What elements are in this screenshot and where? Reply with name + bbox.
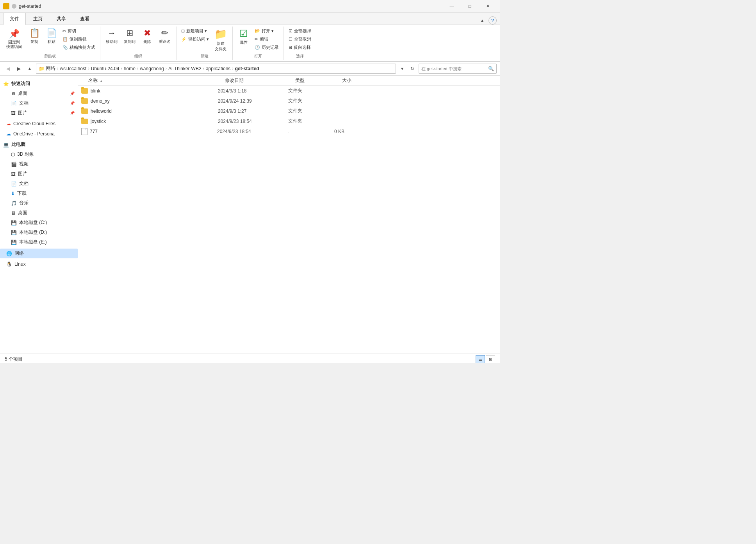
ribbon-group-new: ⊞ 新建项目 ▾ ⚡ 轻松访问 ▾ 📁 新建文件夹 新建 [177, 27, 233, 60]
breadcrumb-wangchong[interactable]: wangchong [140, 66, 164, 71]
breadcrumb-network[interactable]: 网络 [46, 65, 55, 72]
breadcrumb-home[interactable]: home [124, 66, 136, 71]
col-header-name[interactable]: 名称 ▲ [88, 77, 225, 84]
videos-label: 视频 [19, 161, 29, 167]
copy-button[interactable]: 📋 复制 [27, 27, 42, 46]
sidebar-item-3d-objects[interactable]: ⬡ 3D 对象 [0, 149, 78, 159]
file-row-demo-xy[interactable]: demo_xy 2024/9/24 12:39 文件夹 [78, 96, 500, 106]
col-header-type[interactable]: 类型 [295, 77, 342, 84]
file-row-helloworld[interactable]: helloworld 2024/9/3 1:27 文件夹 [78, 106, 500, 116]
sidebar-item-creative-cloud[interactable]: ☁ Creative Cloud Files [0, 119, 78, 128]
paste-label: 粘贴 [48, 39, 55, 44]
new-item-button[interactable]: ⊞ 新建项目 ▾ [180, 27, 210, 35]
up-button[interactable]: ▲ [25, 64, 34, 73]
breadcrumb-get-started[interactable]: get-started [235, 66, 259, 71]
select-group-label: 选择 [284, 53, 316, 59]
move-to-button[interactable]: → 移动到 [103, 27, 120, 46]
sidebar-item-drive-e[interactable]: 💾 本地磁盘 (E:) [0, 237, 78, 247]
sidebar-section-this-pc: 💻 此电脑 ⬡ 3D 对象 🎬 视频 🖼 图片 📄 文档 ⬇ 下载 [0, 140, 78, 247]
tab-share[interactable]: 共享 [50, 13, 73, 25]
maximize-button[interactable]: □ [461, 0, 479, 12]
breadcrumb-wsl[interactable]: wsl.localhost [60, 66, 86, 71]
dropdown-button[interactable]: ▾ [398, 64, 407, 73]
new-folder-icon: 📁 [214, 28, 227, 40]
sidebar-item-desktop[interactable]: 🖥 桌面 📌 [0, 89, 78, 98]
sidebar-item-documents2[interactable]: 📄 文档 [0, 179, 78, 188]
breadcrumb-applications[interactable]: applications [206, 66, 230, 71]
new-folder-button[interactable]: 📁 新建文件夹 [212, 27, 229, 53]
title-bar: get-started — □ ✕ [0, 0, 500, 12]
breadcrumb-ai-thinker[interactable]: Ai-Thinker-WB2 [168, 66, 201, 71]
breadcrumb-ubuntu[interactable]: Ubuntu-24.04 [91, 66, 119, 71]
sidebar: ⭐ 快速访问 🖥 桌面 📌 📄 文档 📌 🖼 图片 📌 ☁ [0, 76, 78, 354]
this-pc-icon: 💻 [3, 142, 9, 148]
ribbon-collapse-button[interactable]: ▲ [478, 17, 487, 24]
open-button[interactable]: 📂 打开 ▾ [253, 27, 280, 35]
help-button[interactable]: ? [489, 16, 497, 25]
file-row-blink[interactable]: blink 2024/9/3 1:18 文件夹 [78, 86, 500, 96]
paste-button[interactable]: 📄 粘贴 [44, 27, 59, 46]
col-header-size[interactable]: 大小 [342, 77, 381, 84]
documents-pin: 📌 [70, 101, 75, 105]
pictures2-label: 图片 [18, 171, 27, 177]
refresh-button[interactable]: ↻ [408, 64, 417, 73]
sidebar-item-pictures[interactable]: 🖼 图片 📌 [0, 108, 78, 118]
sidebar-item-pictures2[interactable]: 🖼 图片 [0, 169, 78, 179]
sidebar-item-downloads[interactable]: ⬇ 下载 [0, 188, 78, 198]
sidebar-item-music[interactable]: 🎵 音乐 [0, 198, 78, 208]
sidebar-item-documents[interactable]: 📄 文档 📌 [0, 98, 78, 108]
properties-button[interactable]: ☑ 属性 [236, 27, 251, 47]
file-type-demo-xy: 文件夹 [288, 98, 335, 104]
sidebar-item-quick-access[interactable]: ⭐ 快速访问 [0, 79, 78, 89]
desktop-icon: 🖥 [11, 91, 16, 96]
search-box[interactable]: 🔍 [419, 64, 497, 74]
copy-path-button[interactable]: 📋 复制路径 [61, 36, 97, 43]
window-icon [3, 3, 9, 9]
delete-button[interactable]: ✖ 删除 [139, 27, 155, 46]
col-name-label: 名称 [88, 78, 98, 83]
view-large-icons-button[interactable]: ⊞ [486, 355, 495, 363]
sidebar-item-onedrive[interactable]: ☁ OneDrive - Persona [0, 130, 78, 138]
view-details-button[interactable]: ☰ [476, 355, 485, 363]
copy-to-button[interactable]: ⊞ 复制到 [121, 27, 138, 46]
pin-button[interactable]: 📌 固定到快速访问 [3, 27, 25, 51]
column-headers: 名称 ▲ 修改日期 类型 大小 [78, 76, 500, 86]
select-none-button[interactable]: ☐ 全部取消 [287, 36, 313, 43]
rename-button[interactable]: ✏ 重命名 [157, 27, 173, 46]
back-button[interactable]: ◀ [3, 64, 12, 73]
file-row-joystick[interactable]: joystick 2024/9/23 18:54 文件夹 [78, 116, 500, 126]
minimize-button[interactable]: — [443, 0, 461, 12]
invert-selection-button[interactable]: ⊟ 反向选择 [287, 44, 313, 51]
sidebar-item-drive-d[interactable]: 💾 本地磁盘 (D:) [0, 228, 78, 237]
sidebar-item-network[interactable]: 🌐 网络 [0, 249, 78, 258]
tab-file[interactable]: 文件 [3, 13, 26, 25]
delete-label: 删除 [143, 39, 151, 44]
forward-button[interactable]: ▶ [14, 64, 23, 73]
sidebar-item-linux[interactable]: 🐧 Linux [0, 260, 78, 268]
documents-label: 文档 [19, 100, 29, 107]
sidebar-item-drive-c[interactable]: 💾 本地磁盘 (C:) [0, 218, 78, 228]
easy-access-button[interactable]: ⚡ 轻松访问 ▾ [180, 36, 210, 43]
sidebar-item-this-pc[interactable]: 💻 此电脑 [0, 140, 78, 149]
tab-view[interactable]: 查看 [73, 13, 96, 25]
search-input[interactable] [421, 66, 488, 71]
close-button[interactable]: ✕ [479, 0, 497, 12]
history-button[interactable]: 🕐 历史记录 [253, 44, 280, 51]
3d-objects-label: 3D 对象 [17, 151, 34, 158]
properties-label: 属性 [240, 40, 248, 45]
tab-home[interactable]: 主页 [27, 13, 49, 25]
sidebar-item-desktop2[interactable]: 🖥 桌面 [0, 208, 78, 218]
paste-shortcut-button[interactable]: 📎 粘贴快捷方式 [61, 44, 97, 51]
downloads-icon: ⬇ [11, 191, 15, 196]
col-header-date[interactable]: 修改日期 [225, 77, 295, 84]
select-all-button[interactable]: ☑ 全部选择 [287, 27, 313, 35]
cut-button[interactable]: ✂ 剪切 [61, 27, 97, 35]
file-row-777[interactable]: 777 2024/9/23 18:54 . 0 KB [78, 126, 500, 137]
edit-button[interactable]: ✏ 编辑 [253, 36, 280, 43]
main-layout: ⭐ 快速访问 🖥 桌面 📌 📄 文档 📌 🖼 图片 📌 ☁ [0, 76, 500, 354]
videos-icon: 🎬 [11, 162, 17, 167]
col-type-label: 类型 [295, 78, 305, 83]
sidebar-item-videos[interactable]: 🎬 视频 [0, 159, 78, 169]
ribbon: 📌 固定到快速访问 📋 复制 📄 粘贴 ✂ 剪切 📋 复制路径 [0, 25, 500, 62]
breadcrumb[interactable]: 📁 网络 › wsl.localhost › Ubuntu-24.04 › ho… [36, 64, 396, 74]
